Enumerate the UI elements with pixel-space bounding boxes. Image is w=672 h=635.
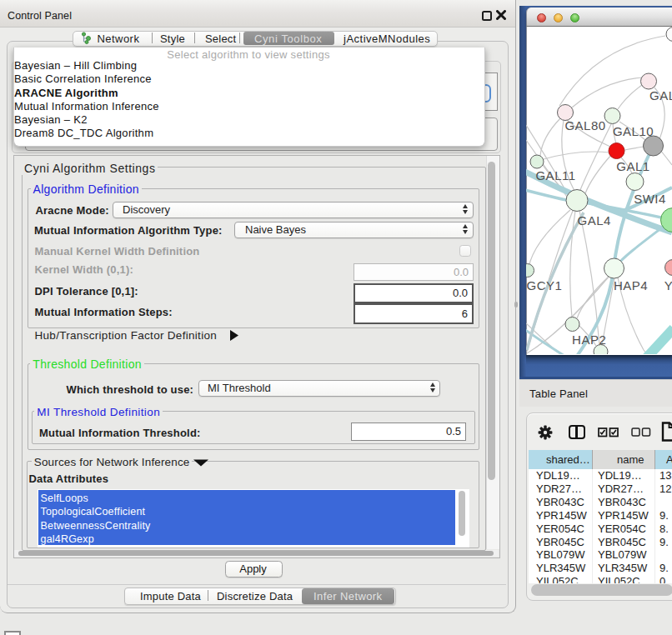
svg-text:GAL11: GAL11: [535, 168, 575, 182]
svg-text:HAP4: HAP4: [614, 278, 648, 292]
svg-text:GAL2: GAL2: [649, 88, 672, 102]
svg-text:GAL1: GAL1: [616, 159, 649, 173]
svg-text:GAL4: GAL4: [578, 213, 611, 228]
svg-text:Y: Y: [664, 278, 672, 292]
svg-text:GCY1: GCY1: [527, 278, 563, 292]
svg-text:SWI4: SWI4: [634, 192, 666, 206]
svg-text:GAL10: GAL10: [613, 124, 654, 138]
svg-text:HAP2: HAP2: [572, 332, 606, 347]
svg-text:GAL80: GAL80: [564, 118, 605, 132]
